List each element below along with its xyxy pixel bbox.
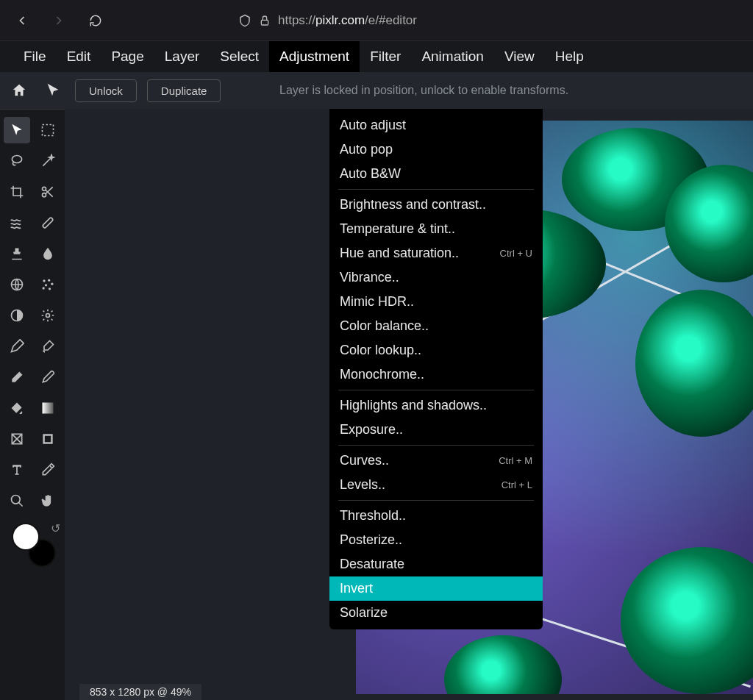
tool-pen[interactable]	[4, 333, 30, 360]
tool-hand[interactable]	[35, 488, 61, 514]
adjustment-item-highlights-and-shadows[interactable]: Highlights and shadows..	[329, 393, 543, 418]
tool-text[interactable]	[4, 457, 30, 483]
eraser-icon	[10, 370, 24, 385]
reload-button[interactable]	[84, 9, 107, 32]
address-bar[interactable]: https://pixlr.com/e/#editor	[231, 7, 743, 34]
globe-icon	[10, 277, 24, 292]
color-swatches[interactable]: ↺	[12, 523, 53, 564]
svg-point-4	[43, 193, 46, 197]
adjustment-item-color-lookup[interactable]: Color lookup..	[329, 338, 543, 362]
adjustment-item-exposure[interactable]: Exposure..	[329, 418, 543, 442]
wave-icon	[10, 215, 24, 230]
tool-lasso[interactable]	[4, 148, 30, 174]
drop-icon	[40, 246, 55, 261]
back-button[interactable]	[10, 9, 34, 32]
adjustment-item-brightness-and-contrast[interactable]: Brightness and contrast..	[329, 193, 543, 217]
tool-sidebar: ↺	[0, 109, 65, 700]
menu-view[interactable]: View	[494, 41, 545, 72]
menu-item-label: Posterize..	[340, 532, 402, 548]
tool-liquify[interactable]	[4, 210, 30, 236]
paintbrush-icon	[40, 370, 55, 385]
arrow-right-icon	[51, 13, 66, 28]
menu-item-shortcut: Ctrl + U	[500, 248, 532, 259]
svg-point-19	[12, 496, 21, 504]
tool-frame[interactable]	[35, 426, 61, 452]
bucket-icon	[10, 401, 24, 415]
unlock-button[interactable]: Unlock	[75, 79, 137, 102]
tool-gradient[interactable]	[35, 395, 61, 421]
zoom-icon	[10, 493, 24, 508]
adjustment-item-curves[interactable]: Curves..Ctrl + M	[329, 449, 543, 473]
forward-button[interactable]	[47, 9, 71, 32]
menu-file[interactable]: File	[13, 41, 57, 72]
tool-brush[interactable]	[35, 333, 61, 360]
tool-cut[interactable]	[35, 179, 61, 205]
menu-help[interactable]: Help	[545, 41, 594, 72]
menu-item-label: Auto pop	[340, 142, 393, 157]
menu-item-label: Solarize	[340, 605, 388, 621]
canvas-area[interactable]: Auto adjustAuto popAuto B&WBrightness an…	[65, 109, 753, 700]
tool-blur[interactable]	[35, 240, 61, 267]
frame-icon	[40, 432, 55, 446]
tool-zoom[interactable]	[4, 488, 30, 514]
menu-item-label: Mimic HDR..	[340, 294, 414, 310]
adjustment-item-desaturate[interactable]: Desaturate	[329, 552, 543, 576]
menu-filter[interactable]: Filter	[360, 41, 411, 72]
tool-eyedropper[interactable]	[35, 457, 61, 483]
adjustment-item-temperature-tint[interactable]: Temperature & tint..	[329, 217, 543, 241]
main-area: ↺ Auto adjustAuto popAuto B&WBrightness …	[0, 109, 753, 700]
adjustment-item-posterize[interactable]: Posterize..	[329, 528, 543, 552]
status-bar: 853 x 1280 px @ 49%	[79, 684, 201, 700]
adjustment-item-threshold[interactable]: Threshold..	[329, 504, 543, 528]
menu-layer[interactable]: Layer	[154, 41, 210, 72]
tool-shape[interactable]	[4, 426, 30, 452]
svg-point-12	[49, 288, 51, 290]
tool-arrow-select[interactable]	[4, 117, 30, 143]
menu-item-label: Curves..	[340, 453, 389, 468]
menu-select[interactable]: Select	[210, 41, 269, 72]
adjustment-item-auto-pop[interactable]: Auto pop	[329, 138, 543, 162]
adjustment-dropdown: Auto adjustAuto popAuto B&WBrightness an…	[329, 109, 543, 629]
svg-rect-15	[43, 403, 54, 414]
marquee-icon	[40, 123, 55, 138]
adjustment-item-auto-b-w[interactable]: Auto B&W	[329, 162, 543, 186]
tool-paint[interactable]	[35, 364, 61, 390]
menu-adjustment[interactable]: Adjustment	[269, 41, 360, 72]
tool-marquee[interactable]	[35, 117, 61, 143]
foreground-swatch[interactable]	[12, 523, 40, 551]
menu-item-label: Levels..	[340, 477, 385, 493]
adjustment-item-vibrance[interactable]: Vibrance..	[329, 265, 543, 290]
svg-rect-5	[42, 217, 53, 228]
adjustment-item-invert[interactable]: Invert	[329, 576, 543, 601]
tool-magic-wand[interactable]	[35, 148, 61, 174]
app-menu-bar: File Edit Page Layer Select Adjustment F…	[0, 41, 753, 72]
arrange-tool-indicator[interactable]	[41, 79, 65, 102]
cursor-icon	[10, 123, 24, 138]
adjustment-item-monochrome[interactable]: Monochrome..	[329, 362, 543, 387]
tool-crop[interactable]	[4, 179, 30, 205]
adjustment-item-hue-and-saturation[interactable]: Hue and saturation..Ctrl + U	[329, 241, 543, 265]
tool-pixel[interactable]	[4, 271, 30, 298]
home-button[interactable]	[7, 79, 31, 102]
menu-edit[interactable]: Edit	[57, 41, 101, 72]
tool-eraser[interactable]	[4, 364, 30, 390]
adjustment-item-auto-adjust[interactable]: Auto adjust	[329, 113, 543, 138]
tool-clone[interactable]	[4, 240, 30, 267]
adjustment-item-color-balance[interactable]: Color balance..	[329, 314, 543, 338]
tool-heal[interactable]	[35, 210, 61, 236]
tool-dodge[interactable]	[4, 302, 30, 329]
svg-point-9	[51, 283, 53, 285]
menu-item-label: Invert	[340, 581, 373, 596]
duplicate-button[interactable]: Duplicate	[147, 79, 221, 102]
menu-page[interactable]: Page	[101, 41, 154, 72]
tool-sponge[interactable]	[35, 302, 61, 329]
adjustment-item-levels[interactable]: Levels..Ctrl + L	[329, 473, 543, 497]
adjustment-item-solarize[interactable]: Solarize	[329, 601, 543, 625]
brush-icon	[40, 339, 55, 354]
adjustment-item-mimic-hdr[interactable]: Mimic HDR..	[329, 290, 543, 314]
menu-animation[interactable]: Animation	[411, 41, 494, 72]
tool-disperse[interactable]	[35, 271, 61, 298]
swap-colors-icon[interactable]: ↺	[51, 521, 60, 535]
menu-item-label: Monochrome..	[340, 367, 424, 382]
tool-fill[interactable]	[4, 395, 30, 421]
